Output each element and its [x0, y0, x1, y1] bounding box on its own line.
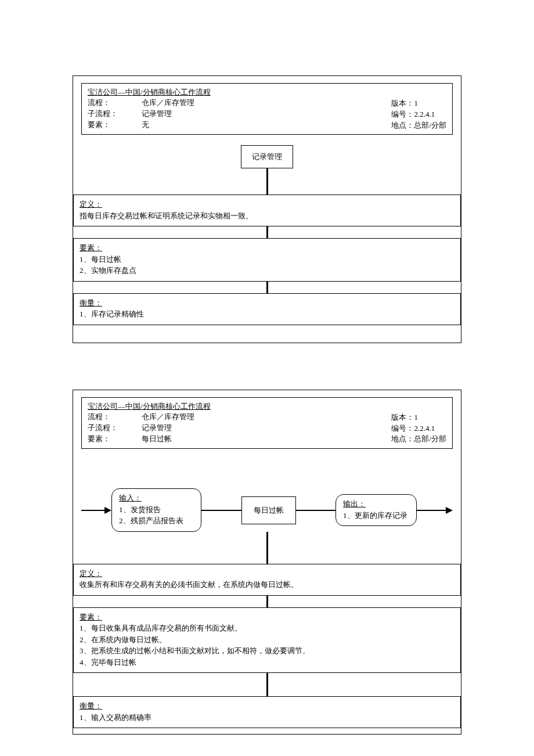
location-label: 地点： [391, 434, 414, 443]
elements-title: 要素： [80, 611, 454, 623]
number-label: 编号： [391, 424, 414, 433]
header-title: 宝洁公司—中国/分销商核心工作流程 [88, 87, 211, 98]
flow-line [296, 510, 336, 511]
definition-box: 定义： 指每日库存交易过帐和证明系统记录和实物相一致。 [73, 195, 461, 226]
header-row-location: 地点：总部/分部 [391, 434, 446, 445]
header-box: 宝洁公司—中国/分销商核心工作流程 流程： 仓库／库存管理 子流程： 记录管理 … [81, 83, 453, 135]
location-label: 地点： [391, 121, 414, 129]
center-process-node: 记录管理 [241, 145, 293, 168]
connector-line [266, 282, 268, 293]
version-label: 版本： [391, 413, 414, 422]
subprocess-label: 子流程： [88, 423, 140, 434]
arrow-right-icon [104, 507, 111, 514]
definition-title: 定义： [80, 199, 454, 210]
elements-item: 2、实物库存盘点 [80, 265, 454, 276]
element-value: 无 [142, 120, 149, 129]
measure-item: 1、库存记录精确性 [80, 308, 454, 320]
version-value: 1 [414, 99, 418, 107]
connector-line [266, 596, 268, 607]
workflow-diagram-1: 宝洁公司—中国/分销商核心工作流程 流程： 仓库／库存管理 子流程： 记录管理 … [73, 75, 461, 343]
measure-title: 衡量： [80, 297, 454, 309]
header-row-number: 编号：2.2.4.1 [391, 423, 446, 434]
output-item: 1、更新的库存记录 [343, 510, 409, 521]
header-row-version: 版本：1 [391, 412, 446, 423]
flow-line [81, 510, 104, 511]
header-row-subprocess: 子流程： 记录管理 [88, 109, 211, 120]
header-box: 宝洁公司—中国/分销商核心工作流程 流程： 仓库／库存管理 子流程： 记录管理 … [81, 397, 453, 449]
header-row-version: 版本：1 [391, 98, 446, 109]
definition-body: 收集所有和库存交易有关的必须书面文献，在系统内做每日过帐。 [80, 579, 454, 591]
elements-item: 1、每日收集具有成品库存交易的所有书面文献。 [80, 622, 454, 634]
input-title: 输入： [119, 492, 194, 504]
element-value: 每日过帐 [142, 434, 172, 443]
process-node: 每日过帐 [241, 496, 296, 524]
elements-box: 要素： 1、每日过帐 2、实物库存盘点 [73, 238, 461, 282]
process-value: 仓库／库存管理 [142, 412, 194, 421]
header-row-subprocess: 子流程： 记录管理 [88, 423, 211, 434]
number-value: 2.2.4.1 [414, 424, 435, 433]
input-item: 1、发货报告 [119, 504, 194, 516]
elements-box: 要素： 1、每日收集具有成品库存交易的所有书面文献。 2、在系统内做每日过帐。 … [73, 607, 461, 674]
process-label: 流程： [88, 412, 140, 423]
elements-item: 3、把系统生成的过帐小结和书面文献对比，如不相符，做必要调节。 [80, 645, 454, 657]
header-row-element: 要素： 无 [88, 120, 211, 131]
header-left: 宝洁公司—中国/分销商核心工作流程 流程： 仓库／库存管理 子流程： 记录管理 … [88, 401, 211, 445]
definition-box: 定义： 收集所有和库存交易有关的必须书面文献，在系统内做每日过帐。 [73, 564, 461, 596]
version-label: 版本： [391, 99, 414, 107]
definition-body: 指每日库存交易过帐和证明系统记录和实物相一致。 [80, 210, 454, 222]
number-value: 2.2.4.1 [414, 110, 435, 118]
header-row-number: 编号：2.2.4.1 [391, 109, 446, 120]
header-row-process: 流程： 仓库／库存管理 [88, 98, 211, 109]
header-title: 宝洁公司—中国/分销商核心工作流程 [88, 401, 211, 412]
process-label: 流程： [88, 98, 140, 109]
process-value: 仓库／库存管理 [142, 98, 194, 107]
measure-item: 1、输入交易的精确率 [80, 712, 454, 723]
location-value: 总部/分部 [414, 121, 446, 129]
header-right: . 版本：1 编号：2.2.4.1 地点：总部/分部 [391, 87, 446, 131]
connector-line [266, 673, 268, 696]
connector-line [266, 532, 268, 564]
subprocess-label: 子流程： [88, 109, 140, 120]
io-flow-row: 输入： 1、发货报告 2、残损产品报告表 每日过帐 输出： 1、更新的库存记录 [81, 488, 453, 532]
elements-item: 1、每日过帐 [80, 254, 454, 265]
elements-item: 2、在系统内做每日过帐。 [80, 634, 454, 646]
measure-box: 衡量： 1、库存记录精确性 [73, 293, 461, 325]
elements-item: 4、完毕每日过帐 [80, 657, 454, 668]
input-box: 输入： 1、发货报告 2、残损产品报告表 [111, 488, 201, 532]
output-box: 输出： 1、更新的库存记录 [335, 494, 417, 526]
header-right: . 版本：1 编号：2.2.4.1 地点：总部/分部 [391, 401, 446, 445]
flow-line [417, 510, 446, 511]
location-value: 总部/分部 [414, 434, 446, 443]
element-label: 要素： [88, 120, 140, 131]
workflow-diagram-2: 宝洁公司—中国/分销商核心工作流程 流程： 仓库／库存管理 子流程： 记录管理 … [73, 390, 461, 735]
header-row-location: 地点：总部/分部 [391, 120, 446, 131]
version-value: 1 [414, 413, 418, 422]
output-title: 输出： [343, 498, 409, 510]
number-label: 编号： [391, 110, 414, 118]
header-left: 宝洁公司—中国/分销商核心工作流程 流程： 仓库／库存管理 子流程： 记录管理 … [88, 87, 211, 131]
header-row-process: 流程： 仓库／库存管理 [88, 412, 211, 423]
input-item: 2、残损产品报告表 [119, 515, 194, 527]
arrow-right-icon [446, 507, 453, 514]
connector-line [266, 226, 268, 238]
measure-box: 衡量： 1、输入交易的精确率 [73, 696, 461, 728]
element-label: 要素： [88, 434, 140, 445]
subprocess-value: 记录管理 [142, 109, 172, 118]
elements-title: 要素： [80, 242, 454, 254]
connector-line [266, 168, 268, 195]
subprocess-value: 记录管理 [142, 423, 172, 432]
flow-line [201, 510, 241, 511]
definition-title: 定义： [80, 568, 454, 579]
header-row-element: 要素： 每日过帐 [88, 434, 211, 445]
measure-title: 衡量： [80, 700, 454, 712]
